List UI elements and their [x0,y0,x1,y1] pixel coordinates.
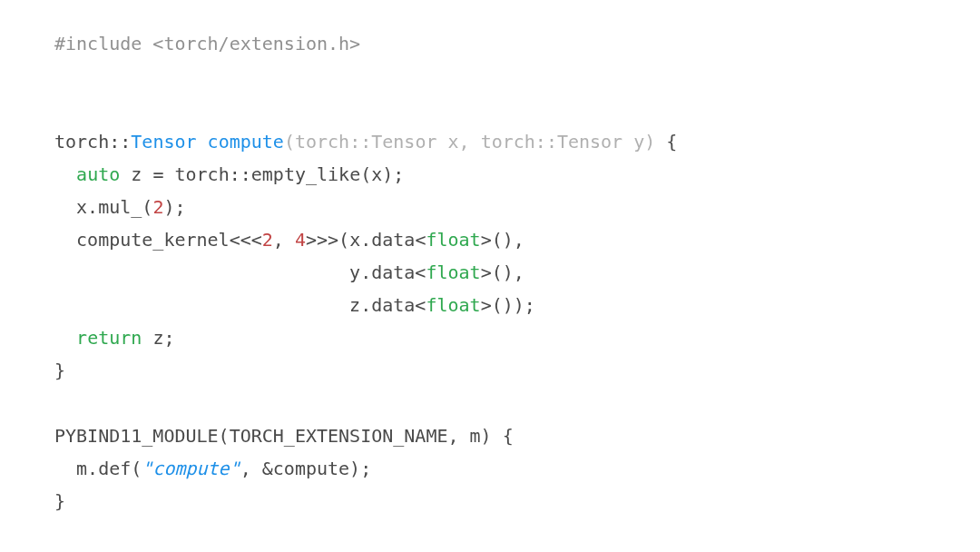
code-token: compute [208,131,284,153]
code-token: ); [163,196,185,218]
code-token: } [54,360,65,381]
code-token: } [54,490,65,512]
code-line: y.data<float>(), [54,256,926,289]
code-line: } [54,354,926,387]
code-line: z.data<float>()); [54,289,926,321]
code-token: #include <torch/extension.h> [54,33,360,54]
code-token: z.data< [54,294,426,316]
code-token [197,131,208,153]
code-token: torch:: [54,131,131,153]
code-block: #include <torch/extension.h> torch::Tens… [0,0,980,545]
code-token: 2 [152,196,163,218]
code-line: } [54,485,926,518]
code-token: Tensor [131,131,196,153]
code-line: m.def("compute", &compute); [54,452,926,485]
code-token: (torch::Tensor x, torch::Tensor y) [284,131,655,153]
code-line: #include <torch/extension.h> [54,27,926,60]
code-token: compute_kernel<<< [54,229,262,251]
code-token: >(), [481,261,524,283]
code-token: { [655,131,677,153]
code-token: , [273,229,295,251]
code-line: return z; [54,321,926,354]
code-line: torch::Tensor compute(torch::Tensor x, t… [54,125,926,158]
code-line [54,60,926,93]
code-token: z = torch::empty_like(x); [120,163,404,185]
code-token: z; [142,327,174,349]
code-line: compute_kernel<<<2, 4>>>(x.data<float>()… [54,223,926,256]
code-line [54,387,926,419]
code-line [54,93,926,125]
code-token: m.def( [54,458,142,479]
code-token: float [426,294,480,316]
code-token: >>>(x.data< [306,229,426,251]
code-token: float [426,229,480,251]
code-token: auto [76,163,120,185]
code-token: "compute" [142,458,240,479]
code-token: >()); [481,294,535,316]
code-token: , &compute); [240,458,372,479]
code-token [54,327,76,349]
code-token [54,163,76,185]
code-line: x.mul_(2); [54,191,926,223]
code-token: y.data< [54,261,426,283]
code-line: auto z = torch::empty_like(x); [54,158,926,191]
code-token: x.mul_( [54,196,152,218]
code-token: PYBIND11_MODULE(TORCH_EXTENSION_NAME, m)… [54,425,514,447]
code-token: float [426,261,480,283]
code-token: >(), [481,229,524,251]
code-line: PYBIND11_MODULE(TORCH_EXTENSION_NAME, m)… [54,419,926,452]
code-token: 2 [262,229,273,251]
code-token: 4 [295,229,306,251]
code-token: return [76,327,142,349]
